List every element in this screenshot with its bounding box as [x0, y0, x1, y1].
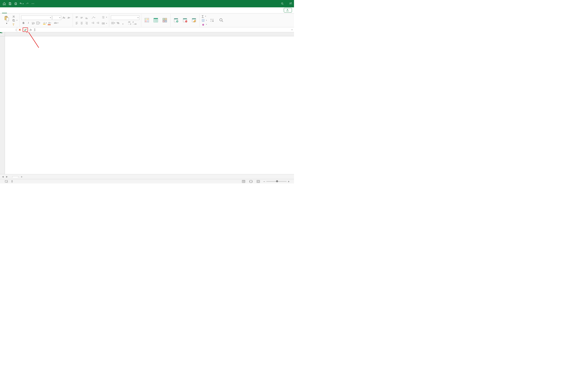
zoom-slider[interactable]: [266, 181, 287, 182]
expand-formula-bar-button[interactable]: ▾: [290, 27, 294, 32]
add-sheet-button[interactable]: +: [19, 175, 24, 178]
view-page-break-icon[interactable]: [256, 180, 260, 183]
bold-button[interactable]: B: [21, 21, 26, 25]
wrap-text-button[interactable]: ▾: [102, 15, 107, 20]
increase-indent-icon[interactable]: [96, 21, 100, 25]
delete-cells-button[interactable]: [181, 17, 189, 24]
zoom-out-button[interactable]: −: [263, 180, 265, 183]
undo-button[interactable]: ▾: [19, 1, 24, 6]
cells-area[interactable]: [5, 36, 294, 183]
sheet-tab-active[interactable]: [12, 176, 18, 178]
redo-button[interactable]: [25, 1, 30, 6]
share-button[interactable]: [284, 8, 292, 12]
svg-rect-24: [165, 18, 167, 20]
svg-rect-31: [183, 18, 187, 19]
status-bar: − +: [0, 179, 294, 184]
column-headers: [5, 32, 294, 36]
tab-home[interactable]: [2, 10, 7, 13]
share-indicator-icon[interactable]: [289, 2, 292, 6]
comma-icon[interactable]: ,: [121, 21, 125, 25]
svg-rect-19: [145, 20, 147, 22]
align-left-icon[interactable]: [75, 21, 79, 25]
autosum-button[interactable]: ∑▾: [201, 15, 207, 18]
align-top-icon[interactable]: [75, 16, 79, 20]
svg-point-15: [112, 23, 113, 24]
home-icon[interactable]: [2, 1, 7, 6]
phonetic-button[interactable]: abc▾: [54, 21, 58, 25]
save-icon[interactable]: [7, 1, 13, 6]
align-middle-icon[interactable]: [79, 16, 84, 20]
accessibility-status[interactable]: [11, 180, 14, 183]
zoom-in-button[interactable]: +: [288, 180, 290, 183]
decrease-font-icon[interactable]: A▾: [67, 16, 71, 20]
sheet-nav-prev[interactable]: ◀: [1, 175, 4, 178]
paste-button[interactable]: ▾: [3, 16, 11, 25]
italic-button[interactable]: I: [26, 21, 31, 25]
cancel-formula-button[interactable]: [17, 27, 22, 32]
align-bottom-icon[interactable]: [84, 16, 89, 20]
fill-button[interactable]: ▾: [201, 18, 207, 22]
svg-rect-25: [163, 20, 164, 22]
find-select-button[interactable]: [217, 17, 225, 24]
group-editing: ∑▾ ▾ ▾ AZ: [200, 14, 227, 27]
border-button[interactable]: ▾: [36, 21, 40, 25]
conditional-format-button[interactable]: [143, 17, 151, 24]
print-icon[interactable]: [13, 1, 18, 6]
number-format-combo[interactable]: ▾: [111, 16, 139, 20]
orientation-icon[interactable]: ▾: [91, 16, 95, 20]
view-page-layout-icon[interactable]: [249, 180, 253, 183]
cell-styles-button[interactable]: [161, 17, 169, 24]
sheet-tab-bar: ◀ ▶ +: [0, 174, 294, 179]
svg-rect-44: [257, 180, 260, 183]
align-center-icon[interactable]: [79, 21, 84, 25]
svg-rect-20: [147, 20, 148, 22]
format-painter-button[interactable]: [12, 23, 18, 26]
percent-icon[interactable]: %: [116, 21, 120, 25]
increase-font-icon[interactable]: A▴: [62, 16, 66, 20]
insert-cells-button[interactable]: [172, 17, 180, 24]
cut-button[interactable]: [12, 15, 18, 18]
font-name-combo[interactable]: ▾: [21, 16, 52, 20]
currency-icon[interactable]: ▾: [111, 21, 115, 25]
macro-record-icon[interactable]: [5, 180, 8, 183]
quick-access-toolbar: ▾ ⋯: [2, 1, 35, 6]
search-box[interactable]: [279, 1, 287, 6]
svg-rect-5: [6, 16, 7, 17]
increase-decimal-icon[interactable]: .00←.0: [127, 21, 132, 25]
svg-rect-0: [15, 3, 17, 4]
row-headers: [0, 36, 5, 183]
name-box[interactable]: ▴▾: [0, 27, 17, 32]
zoom-control: − +: [263, 180, 292, 183]
svg-text:Z: Z: [210, 20, 212, 22]
svg-point-40: [7, 182, 8, 183]
tab-draw[interactable]: [12, 11, 17, 13]
format-cells-button[interactable]: [190, 17, 198, 24]
formula-input[interactable]: [34, 27, 290, 32]
merge-center-button[interactable]: ▾: [102, 21, 107, 26]
tab-data[interactable]: [26, 11, 31, 13]
group-font: ▾ ▾ A▴ A▾ B I U▾ ▾ ▾ A▾ abc▾: [20, 14, 73, 27]
sheet-nav-next[interactable]: ▶: [5, 175, 9, 178]
fill-color-button[interactable]: ▾: [43, 21, 47, 25]
decrease-indent-icon[interactable]: [91, 21, 95, 25]
underline-button[interactable]: U▾: [31, 21, 35, 25]
tab-layout[interactable]: [17, 11, 22, 13]
font-color-button[interactable]: A▾: [47, 21, 52, 25]
font-size-combo[interactable]: ▾: [52, 16, 61, 20]
sort-filter-button[interactable]: AZ: [208, 17, 216, 24]
tab-review[interactable]: [31, 11, 36, 13]
fx-button[interactable]: fx: [28, 27, 34, 32]
copy-button[interactable]: ▾: [12, 18, 18, 22]
view-normal-icon[interactable]: [241, 180, 246, 183]
svg-rect-34: [192, 18, 196, 19]
align-right-icon[interactable]: [84, 21, 89, 25]
tab-view[interactable]: [36, 11, 41, 13]
select-all-corner[interactable]: [0, 32, 5, 36]
table-format-button[interactable]: [152, 17, 160, 24]
decrease-decimal-icon[interactable]: .0→.00: [132, 21, 137, 25]
more-icon[interactable]: ⋯: [30, 1, 35, 6]
tab-insert[interactable]: [7, 11, 12, 13]
tab-formulas[interactable]: [22, 11, 26, 13]
clear-button[interactable]: ▾: [201, 23, 207, 26]
enter-formula-button[interactable]: [23, 27, 28, 32]
